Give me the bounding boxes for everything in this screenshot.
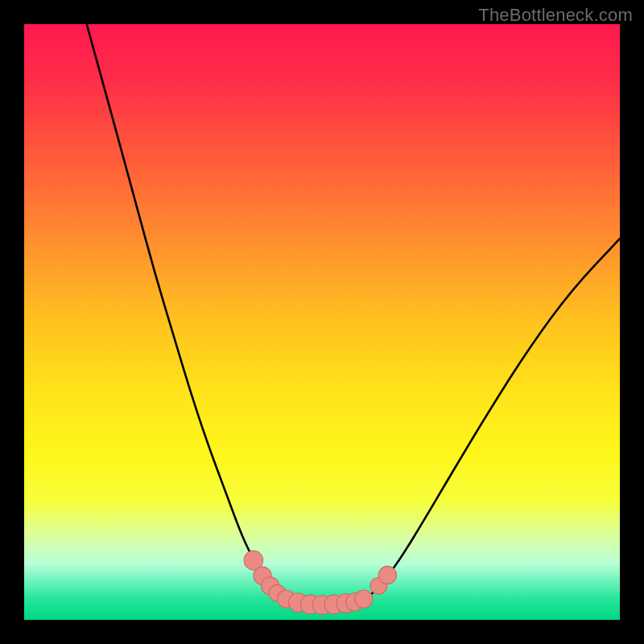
plot-area <box>24 24 620 620</box>
watermark-text: TheBottleneck.com <box>478 5 633 26</box>
gradient-rect <box>24 24 620 620</box>
data-marker <box>355 590 373 608</box>
chart-svg <box>24 24 620 620</box>
data-marker <box>378 566 396 584</box>
chart-frame: TheBottleneck.com <box>0 0 644 644</box>
